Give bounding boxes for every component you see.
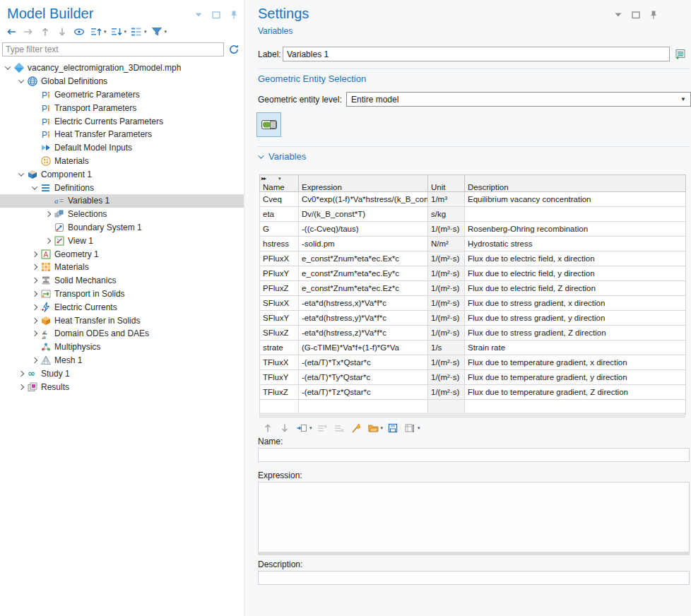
dropdown-arrow-icon[interactable]: ▾ (144, 29, 147, 35)
tree-item-default-model-inputs[interactable]: Default Model Inputs (0, 141, 244, 155)
expand-chevron-icon[interactable] (16, 79, 25, 83)
expression-textarea[interactable] (258, 482, 690, 553)
cell-expression[interactable]: -eta*d(hstress,z)*Va*f*c (299, 326, 428, 340)
expression-scrollbar[interactable] (258, 552, 690, 555)
tree-item-heat-transfer-parameters[interactable]: PHeat Transfer Parameters (0, 128, 244, 141)
cell-unit[interactable]: 1/(m²·s) (428, 311, 465, 326)
delete-row-button[interactable] (333, 422, 346, 434)
tree-item-domain-odes-and-daes[interactable]: ddtDomain ODEs and DAEs (0, 327, 244, 340)
cell-name[interactable]: TFluxZ (260, 385, 299, 400)
cell-name[interactable]: hstress (260, 237, 299, 251)
cell-expression[interactable]: Cv0*exp((1-f)*Va*hstress/(k_B_const*T)) (299, 192, 428, 207)
save-to-file-disk-button[interactable] (386, 422, 399, 434)
expand-chevron-icon[interactable] (30, 292, 39, 296)
dropdown-arrow-icon[interactable]: ▾ (309, 425, 312, 431)
cell-expression[interactable]: Dv/(k_B_const*T) (299, 207, 428, 222)
move-down-arrow-button[interactable] (56, 25, 69, 38)
cell-name[interactable]: TFluxX (260, 355, 299, 370)
pin-panel-icon[interactable] (648, 9, 659, 20)
cell-name[interactable]: strate (260, 340, 299, 355)
cell-description[interactable]: Flux due to electric field, Z direction (465, 281, 686, 296)
dropdown-arrow-icon[interactable]: ▾ (165, 29, 167, 35)
cell-description[interactable]: Flux due to stress gradient, x direction (465, 296, 686, 311)
expand-all-button[interactable] (90, 25, 102, 38)
cell-unit[interactable]: 1/(m²·s) (428, 385, 465, 400)
move-up-arrow-button[interactable] (261, 422, 274, 434)
move-to-table-button[interactable] (295, 422, 308, 434)
sort-dropdown-icon[interactable]: ▾ (278, 176, 281, 182)
clear-table-broom-button[interactable] (350, 422, 362, 434)
cell-description[interactable]: Flux due to stress gradient, y direction (465, 311, 686, 326)
column-header-expression[interactable]: Expression (299, 175, 428, 192)
cell-unit[interactable]: 1/s (428, 340, 465, 355)
refresh-icon[interactable] (228, 43, 240, 56)
cell-unit[interactable]: 1/(m²·s) (428, 251, 465, 266)
cell-description[interactable]: Strain rate (465, 340, 686, 355)
filter-funnel-button[interactable] (150, 25, 163, 38)
float-panel-light-icon[interactable] (211, 9, 222, 20)
tree-item-geometric-parameters[interactable]: PGeometric Parameters (0, 88, 244, 102)
cell-description[interactable]: Flux due to stress gradient, Z direction (465, 326, 686, 340)
cell-expression[interactable]: e_const*Znum*eta*ec.Ez*c (299, 281, 428, 296)
tree-item-electric-currents[interactable]: Electric Currents (0, 300, 244, 314)
tree-item-multiphysics[interactable]: Multiphysics (0, 340, 244, 354)
move-up-arrow-button[interactable] (39, 25, 52, 38)
expand-chevron-icon[interactable] (16, 172, 25, 177)
tree-item-mesh-1[interactable]: Mesh 1 (0, 354, 244, 367)
expand-chevron-icon[interactable] (30, 358, 39, 362)
sort-icon[interactable]: ▸▸ (261, 175, 266, 182)
cell-name[interactable]: eta (260, 207, 299, 222)
cell-name[interactable]: SFluxZ (260, 326, 299, 340)
expand-chevron-icon[interactable] (3, 66, 12, 70)
cell-unit[interactable]: 1/(m²·s) (428, 370, 465, 385)
forward-arrow-button[interactable] (22, 25, 35, 38)
expand-chevron-icon[interactable] (30, 278, 39, 283)
active-toggle-button[interactable] (256, 112, 281, 137)
cell-description[interactable]: Flux due to temperature gradient, y dire… (465, 370, 686, 385)
cell-unit[interactable]: 1/m³ (428, 192, 465, 207)
cell-expression[interactable]: -(eta/T)*Tx*Qstar*c (299, 355, 428, 370)
cell-description[interactable]: Flux due to temperature gradient, Z dire… (465, 385, 686, 400)
cell-unit[interactable]: 1/(m³·s) (428, 222, 465, 237)
cell-expression[interactable]: -eta*d(hstress,y)*Va*f*c (299, 311, 428, 326)
expand-chevron-icon[interactable] (16, 372, 25, 376)
expand-chevron-icon[interactable] (30, 265, 39, 269)
dropdown-arrow-icon[interactable]: ▾ (104, 29, 107, 35)
cell-unit[interactable]: 1/(m²·s) (428, 326, 465, 340)
cell-unit[interactable]: 1/(m²·s) (428, 355, 465, 370)
edit-table-button[interactable] (403, 422, 416, 434)
tree-item-definitions[interactable]: Definitions (0, 181, 244, 194)
tree-item-materials[interactable]: Materials (0, 155, 244, 168)
expand-chevron-icon[interactable] (43, 239, 52, 243)
tree-item-geometry-1[interactable]: AGeometry 1 (0, 247, 244, 261)
variables-section-heading[interactable]: Variables (258, 151, 306, 162)
model-tree-node-text-button[interactable] (130, 25, 143, 38)
cell-expression[interactable]: -(eta/T)*Ty*Qstar*c (299, 370, 428, 385)
cell-name[interactable]: PFluxY (260, 266, 299, 281)
cell-description[interactable]: Flux due to temperature gradient, x dire… (465, 355, 686, 370)
description-input[interactable] (258, 571, 690, 585)
cell-name[interactable]: SFluxY (260, 311, 299, 326)
name-input[interactable] (258, 448, 690, 462)
cell-expression[interactable]: -(eta/T)*Tz*Qstar*c (299, 385, 428, 400)
expand-chevron-icon[interactable] (30, 252, 39, 256)
tree-item-selections[interactable]: Selections (0, 208, 244, 221)
tree-item-view-1[interactable]: View 1 (0, 234, 244, 247)
pin-panel-light-icon[interactable] (228, 9, 240, 20)
cell-expression[interactable]: e_const*Znum*eta*ec.Ex*c (299, 251, 428, 266)
expand-chevron-icon[interactable] (30, 319, 39, 323)
cell-name[interactable]: PFluxZ (260, 281, 299, 296)
panel-menu-arrow-icon[interactable] (613, 9, 624, 20)
cell-expression[interactable]: e_const*Znum*eta*ec.Ey*c (299, 266, 428, 281)
cell-description[interactable]: Equilibrium vacancy concentration (465, 192, 686, 207)
tree-item-component-1[interactable]: Component 1 (0, 167, 244, 181)
expand-chevron-icon[interactable] (43, 212, 52, 216)
tree-item-transport-parameters[interactable]: PTransport Parameters (0, 101, 244, 114)
tree-item-heat-transfer-in-solids[interactable]: Heat Transfer in Solids (0, 314, 244, 327)
expand-chevron-icon[interactable] (16, 385, 25, 389)
tree-item-results[interactable]: Results (0, 380, 244, 393)
cell-name[interactable]: Cveq (260, 192, 299, 207)
geometric-entity-level-select[interactable]: Entire model (346, 92, 691, 107)
column-header-description[interactable]: Description (465, 175, 686, 192)
expand-chevron-icon[interactable] (30, 305, 39, 309)
